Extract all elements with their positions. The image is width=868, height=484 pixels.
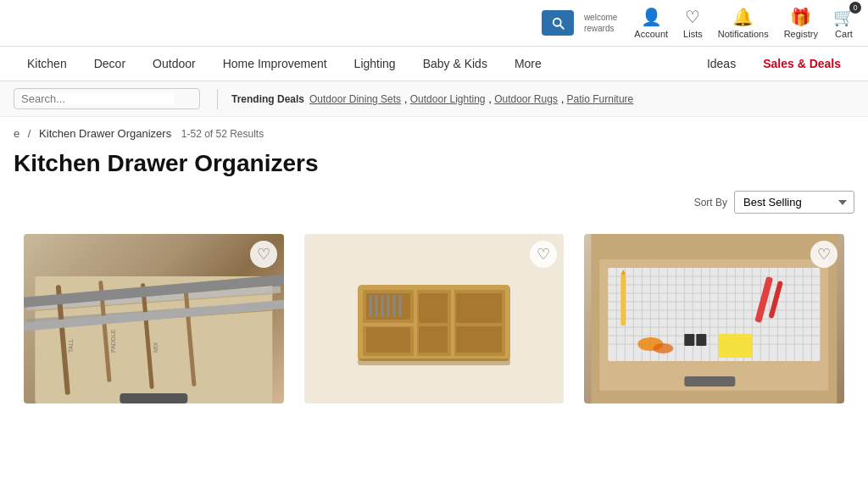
search-input[interactable]	[21, 92, 174, 105]
svg-text:PADDLE: PADDLE	[110, 329, 116, 353]
trending-link-3[interactable]: Patio Furniture	[567, 93, 634, 105]
svg-rect-30	[358, 359, 510, 365]
breadcrumb-home[interactable]: e	[14, 127, 19, 140]
divider	[217, 89, 218, 109]
product-image-2[interactable]	[584, 234, 844, 403]
svg-rect-15	[414, 290, 417, 356]
sort-select[interactable]: Best Selling Price: Low to High Price: H…	[734, 191, 854, 214]
svg-rect-73	[719, 334, 753, 358]
search-button[interactable]	[542, 10, 574, 36]
wishlist-button-2[interactable]: ♡	[810, 241, 837, 268]
notifications-button[interactable]: 🔔 Notifications	[718, 7, 769, 39]
svg-text:MIX: MIX	[153, 342, 159, 353]
svg-rect-28	[456, 293, 502, 323]
nav-item-home-improvement[interactable]: Home Improvement	[209, 47, 341, 81]
search-icon	[550, 15, 565, 31]
header-top: welcome rewards 👤 Account ♡ Lists 🔔 Noti…	[0, 0, 868, 47]
svg-rect-74	[685, 334, 695, 346]
cart-button[interactable]: 🛒 0 Cart	[833, 7, 854, 39]
trending-link-1[interactable]: Outdoor Lighting	[410, 93, 486, 105]
svg-rect-9	[120, 393, 187, 403]
trending-link-0[interactable]: Outdoor Dining Sets	[309, 93, 401, 105]
svg-rect-76	[685, 376, 736, 387]
nav-item-lighting[interactable]: Lighting	[341, 47, 409, 81]
bell-icon: 🔔	[732, 7, 754, 27]
svg-rect-16	[451, 290, 454, 356]
mesh-organizer-svg	[584, 234, 844, 403]
svg-rect-27	[419, 326, 448, 353]
lists-button[interactable]: ♡ Lists	[683, 7, 703, 39]
sort-bar: Sort By Best Selling Price: Low to High …	[0, 191, 868, 224]
result-count: 1-52 of 52 Results	[181, 128, 264, 140]
svg-rect-29	[456, 326, 502, 353]
trending-link-2[interactable]: Outdoor Rugs	[494, 93, 558, 105]
account-button[interactable]: 👤 Account	[634, 7, 668, 39]
product-img-bamboo-tray	[304, 234, 565, 403]
trending-bar: Trending Deals Outdoor Dining Sets, Outd…	[0, 81, 868, 117]
svg-point-70	[654, 343, 674, 353]
bamboo-tray-svg	[349, 264, 519, 374]
svg-rect-26	[419, 293, 448, 323]
nav-item-baby-kids[interactable]: Baby & Kids	[409, 47, 501, 81]
product-img-mesh-organizer	[584, 234, 844, 403]
registry-button[interactable]: 🎁 Registry	[784, 7, 818, 39]
nav-item-sales-deals[interactable]: Sales & Deals	[749, 47, 854, 81]
product-card-0: ♡	[14, 224, 294, 414]
heart-icon: ♡	[685, 7, 700, 27]
page-title: Kitchen Drawer Organizers	[0, 143, 868, 191]
breadcrumb-separator: /	[28, 127, 31, 140]
product-image-1[interactable]	[304, 234, 565, 403]
welcome-rewards-badge[interactable]: welcome rewards	[584, 12, 617, 34]
trending-label: Trending Deals	[231, 93, 304, 105]
wishlist-button-0[interactable]: ♡	[250, 241, 277, 268]
product-card-2: ♡	[574, 224, 854, 414]
product-image-0[interactable]: TALL PADDLE MIX	[24, 234, 284, 403]
nav-item-ideas[interactable]: Ideas	[693, 47, 749, 81]
svg-rect-17	[363, 323, 414, 326]
cart-icon: 🛒 0	[833, 7, 854, 27]
breadcrumb-current: Kitchen Drawer Organizers	[39, 127, 171, 140]
svg-rect-25	[366, 327, 410, 353]
breadcrumb: e / Kitchen Drawer Organizers 1-52 of 52…	[0, 117, 868, 143]
product-card-1: ♡	[294, 224, 575, 414]
drawer-organizer-svg: TALL PADDLE MIX	[24, 234, 284, 403]
main-nav: Kitchen Decor Outdoor Home Improvement L…	[0, 47, 868, 81]
product-grid: ♡	[0, 224, 868, 414]
search-input-container[interactable]	[14, 88, 200, 109]
svg-rect-67	[621, 275, 626, 325]
nav-item-decor[interactable]: Decor	[81, 47, 139, 81]
product-img-drawer-organizer: TALL PADDLE MIX	[24, 234, 284, 403]
nav-item-kitchen[interactable]: Kitchen	[14, 47, 81, 81]
nav-item-more[interactable]: More	[501, 47, 555, 81]
nav-item-outdoor[interactable]: Outdoor	[139, 47, 209, 81]
gift-icon: 🎁	[790, 7, 811, 27]
trending-links: Outdoor Dining Sets, Outdoor Lighting, O…	[309, 93, 637, 105]
account-icon: 👤	[641, 7, 662, 27]
svg-text:TALL: TALL	[68, 339, 74, 353]
header-icons: 👤 Account ♡ Lists 🔔 Notifications 🎁 Regi…	[634, 7, 854, 39]
sort-label: Sort By	[694, 197, 727, 209]
svg-rect-75	[697, 334, 707, 346]
